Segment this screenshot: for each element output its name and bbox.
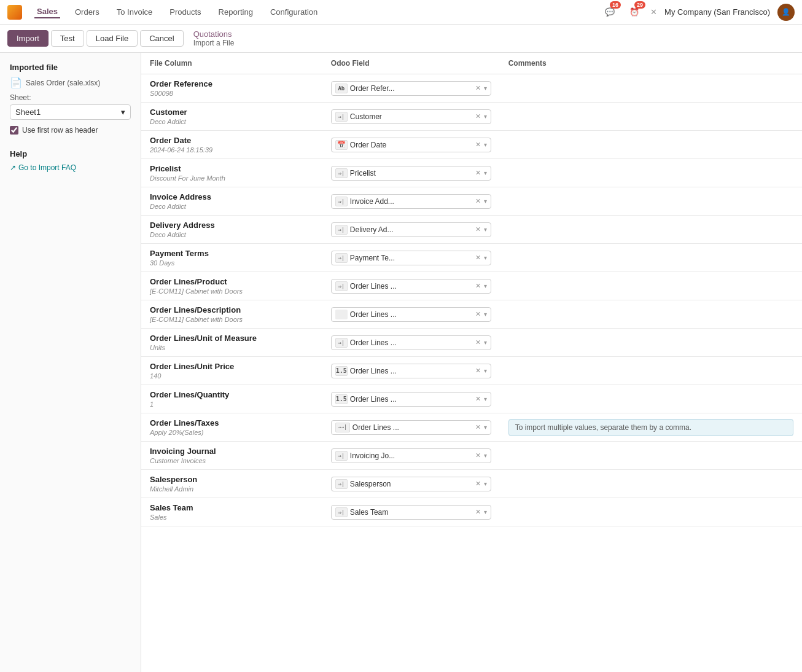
field-clear-icon[interactable]: ✕ xyxy=(475,253,481,262)
tools-icon[interactable]: ✕ xyxy=(650,7,657,17)
external-link-icon: ↗ xyxy=(10,163,16,172)
field-clear-icon[interactable]: ✕ xyxy=(475,84,481,93)
nav-item-orders[interactable]: Orders xyxy=(72,6,102,18)
field-clear-icon[interactable]: ✕ xyxy=(475,281,481,291)
table-row: Delivery AddressDeco Addict ⇒| Delivery … xyxy=(141,216,802,244)
file-column-cell: Order ReferenceS00098 xyxy=(141,74,322,103)
user-avatar[interactable]: 👤 xyxy=(777,4,795,21)
field-type-icon: 1.5 xyxy=(335,394,348,404)
col-name: Pricelist xyxy=(150,164,314,173)
odoo-field-select[interactable]: ⇒| Invoicing Jo... ✕ ▾ xyxy=(331,448,491,463)
field-clear-icon[interactable]: ✕ xyxy=(475,479,481,488)
comment-box: To import multiple values, separate them… xyxy=(508,419,793,436)
cancel-button[interactable]: Cancel xyxy=(140,30,183,47)
logo[interactable] xyxy=(7,5,22,20)
field-dropdown-icon[interactable]: ▾ xyxy=(484,254,487,261)
comment-cell xyxy=(500,357,802,385)
nav-item-sales[interactable]: Sales xyxy=(34,6,60,18)
odoo-field-select[interactable]: ⇒| Payment Te... ✕ ▾ xyxy=(331,251,491,265)
col-header-file-column: File Column xyxy=(141,53,322,74)
odoo-field-select[interactable]: ⇒| Salesperson ✕ ▾ xyxy=(331,477,491,491)
col-name: Invoicing Journal xyxy=(150,447,314,456)
field-dropdown-icon[interactable]: ▾ xyxy=(484,170,487,176)
help-title: Help xyxy=(10,149,131,158)
import-button[interactable]: Import xyxy=(7,30,49,47)
odoo-field-select[interactable]: ⇒⇒| Order Lines ... ✕ ▾ xyxy=(331,420,491,435)
table-row: PricelistDiscount For June Month ⇒| Pric… xyxy=(141,159,802,187)
field-clear-icon[interactable]: ✕ xyxy=(475,507,481,517)
nav-item-configuration[interactable]: Configuration xyxy=(268,6,320,18)
test-button[interactable]: Test xyxy=(51,30,84,47)
nav-item-products[interactable]: Products xyxy=(167,6,203,18)
field-clear-icon[interactable]: ✕ xyxy=(475,338,481,347)
field-type-icon xyxy=(335,310,348,319)
odoo-field-select[interactable]: 1.5 Order Lines ... ✕ ▾ xyxy=(331,392,491,407)
field-dropdown-icon[interactable]: ▾ xyxy=(484,85,487,92)
odoo-field-cell: ⇒⇒| Order Lines ... ✕ ▾ xyxy=(322,413,500,442)
field-dropdown-icon[interactable]: ▾ xyxy=(484,396,487,402)
use-first-row-checkbox[interactable] xyxy=(10,126,18,135)
file-column-cell: Order Lines/Quantity1 xyxy=(141,385,322,413)
field-dropdown-icon[interactable]: ▾ xyxy=(484,480,487,487)
col-sample: Discount For June Month xyxy=(150,174,314,182)
field-dropdown-icon[interactable]: ▾ xyxy=(484,141,487,148)
comment-cell xyxy=(500,187,802,216)
load-file-button[interactable]: Load File xyxy=(87,30,138,47)
odoo-field-select[interactable]: 1.5 Order Lines ... ✕ ▾ xyxy=(331,364,491,378)
odoo-field-cell: Ab Order Refer... ✕ ▾ xyxy=(322,74,500,103)
field-dropdown-icon[interactable]: ▾ xyxy=(484,424,487,431)
field-dropdown-icon[interactable]: ▾ xyxy=(484,339,487,346)
odoo-field-select[interactable]: ⇒| Customer ✕ ▾ xyxy=(331,109,491,124)
odoo-field-select[interactable]: Ab Order Refer... ✕ ▾ xyxy=(331,81,491,96)
field-clear-icon[interactable]: ✕ xyxy=(475,423,481,432)
comment-cell: To import multiple values, separate them… xyxy=(500,413,802,442)
messages-badge[interactable]: 💬 16 xyxy=(601,4,618,21)
field-clear-icon[interactable]: ✕ xyxy=(475,112,481,121)
comment-cell xyxy=(500,103,802,131)
use-first-row-label: Use first row as header xyxy=(22,126,98,135)
comment-cell xyxy=(500,272,802,300)
odoo-field-select[interactable]: ⇒| Delivery Ad... ✕ ▾ xyxy=(331,222,491,237)
field-clear-icon[interactable]: ✕ xyxy=(475,310,481,319)
field-dropdown-icon[interactable]: ▾ xyxy=(484,226,487,233)
field-clear-icon[interactable]: ✕ xyxy=(475,168,481,178)
odoo-field-cell: ⇒| Payment Te... ✕ ▾ xyxy=(322,244,500,272)
odoo-field-select[interactable]: ⇒| Pricelist ✕ ▾ xyxy=(331,166,491,181)
odoo-field-select[interactable]: ⇒| Order Lines ... ✕ ▾ xyxy=(331,279,491,294)
field-clear-icon[interactable]: ✕ xyxy=(475,197,481,206)
col-name: Customer xyxy=(150,107,314,117)
odoo-field-select[interactable]: 📅 Order Date ✕ ▾ xyxy=(331,138,491,152)
field-dropdown-icon[interactable]: ▾ xyxy=(484,367,487,374)
table-row: SalespersonMitchell Admin ⇒| Salesperson… xyxy=(141,470,802,498)
odoo-field-select[interactable]: ⇒| Sales Team ✕ ▾ xyxy=(331,505,491,520)
col-name: Order Lines/Unit of Measure xyxy=(150,334,314,343)
odoo-field-select[interactable]: ⇒| Order Lines ... ✕ ▾ xyxy=(331,335,491,350)
file-column-cell: Payment Terms30 Days xyxy=(141,244,322,272)
field-dropdown-icon[interactable]: ▾ xyxy=(484,509,487,515)
field-clear-icon[interactable]: ✕ xyxy=(475,451,481,460)
field-dropdown-icon[interactable]: ▾ xyxy=(484,113,487,120)
field-dropdown-icon[interactable]: ▾ xyxy=(484,452,487,459)
nav-item-reporting[interactable]: Reporting xyxy=(216,6,255,18)
messages-count: 16 xyxy=(610,1,621,9)
field-dropdown-icon[interactable]: ▾ xyxy=(484,283,487,289)
field-clear-icon[interactable]: ✕ xyxy=(475,366,481,375)
breadcrumb-title[interactable]: Quotations xyxy=(193,29,235,39)
odoo-field-cell: ⇒| Salesperson ✕ ▾ xyxy=(322,470,500,498)
odoo-field-select[interactable]: ⇒| Invoice Add... ✕ ▾ xyxy=(331,194,491,209)
col-sample: Apply 20%(Sales) xyxy=(150,429,314,436)
sheet-dropdown-icon: ▾ xyxy=(121,107,125,117)
company-name[interactable]: My Company (San Francisco) xyxy=(664,7,770,17)
field-dropdown-icon[interactable]: ▾ xyxy=(484,311,487,318)
nav-item-to-invoice[interactable]: To Invoice xyxy=(114,6,155,18)
field-clear-icon[interactable]: ✕ xyxy=(475,140,481,149)
field-clear-icon[interactable]: ✕ xyxy=(475,394,481,404)
field-label: Order Lines ... xyxy=(350,395,472,404)
file-column-cell: Order Date2024-06-24 18:15:39 xyxy=(141,131,322,159)
activities-badge[interactable]: ⏰ 29 xyxy=(626,4,643,21)
import-faq-link[interactable]: ↗ Go to Import FAQ xyxy=(10,163,131,172)
field-dropdown-icon[interactable]: ▾ xyxy=(484,198,487,205)
odoo-field-select[interactable]: Order Lines ... ✕ ▾ xyxy=(331,307,491,322)
field-clear-icon[interactable]: ✕ xyxy=(475,225,481,234)
sheet-select[interactable]: Sheet1 ▾ xyxy=(10,104,131,120)
